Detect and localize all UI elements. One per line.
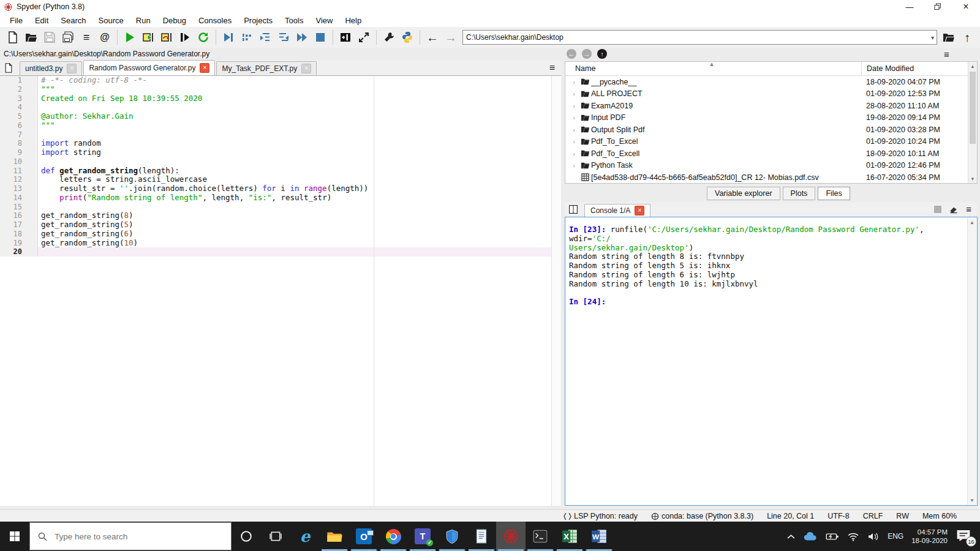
file-row[interactable]: ›Output Split Pdf01-09-2020 03:28 PM — [565, 124, 977, 136]
tray-expand-icon[interactable] — [787, 534, 795, 539]
editor-tab[interactable]: untitled3.py× — [20, 61, 82, 75]
taskbar-defender-button[interactable] — [437, 522, 467, 551]
file-row[interactable]: ›__pycache__18-09-2020 04:07 PM — [565, 76, 977, 88]
tab-close-icon[interactable]: × — [200, 63, 209, 73]
file-row[interactable]: ›Pdf_To_Excel01-09-2020 10:24 PM — [565, 136, 977, 148]
browse-console-tabs-icon[interactable] — [568, 203, 582, 216]
expand-chevron-icon[interactable]: › — [565, 150, 579, 157]
scroll-up-icon[interactable]: ▲ — [968, 62, 977, 70]
toolbar-save-all-button[interactable] — [60, 29, 76, 45]
menu-help[interactable]: Help — [339, 15, 368, 26]
tab-close-icon[interactable]: × — [67, 64, 77, 73]
toolbar-open-dir-button[interactable] — [941, 29, 957, 45]
file-row[interactable]: ›Input PDF19-08-2020 09:14 PM — [565, 112, 977, 124]
scroll-down-icon[interactable]: ▼ — [968, 174, 977, 183]
notifications-button[interactable]: 16 — [956, 528, 974, 544]
taskbar-spyder-button[interactable] — [496, 522, 526, 551]
file-row[interactable]: ›Python Task01-09-2020 12:46 PM — [565, 160, 977, 172]
column-header-date[interactable]: Date Modified — [861, 62, 914, 75]
taskbar-outlook-button[interactable]: O — [349, 522, 379, 551]
files-options-button[interactable]: ≡ — [944, 49, 949, 59]
editor-tabs-menu-button[interactable]: ≡ — [549, 62, 555, 73]
start-button[interactable] — [0, 522, 29, 551]
toolbar-step-return-button[interactable] — [276, 29, 292, 45]
console-tab[interactable]: Console 1/A × — [584, 204, 650, 217]
nav-up-button[interactable]: ↑ — [597, 49, 607, 59]
toolbar-run-selection-button[interactable] — [177, 29, 193, 45]
close-button[interactable]: × — [952, 0, 980, 13]
onedrive-icon[interactable] — [803, 532, 818, 541]
remove-variables-icon[interactable] — [949, 204, 959, 214]
file-row[interactable]: ›Pdf_To_Excell18-09-2020 10:11 AM — [565, 148, 977, 160]
toolbar-stop-button[interactable] — [312, 29, 328, 45]
restore-button[interactable] — [924, 0, 952, 13]
taskbar-task-view-button[interactable] — [261, 522, 290, 551]
toolbar-parent-dir-button[interactable]: ↑ — [959, 29, 975, 45]
menu-view[interactable]: View — [309, 15, 339, 26]
taskbar-word-button[interactable]: W — [584, 522, 614, 551]
battery-icon[interactable] — [826, 533, 839, 541]
nav-forward-button[interactable]: → — [582, 49, 592, 59]
taskbar-file-explorer-button[interactable] — [320, 522, 349, 551]
toolbar-forward-button[interactable]: → — [443, 29, 459, 45]
toolbar-preferences-button[interactable] — [381, 29, 397, 45]
taskbar-internet-explorer-button[interactable]: e — [290, 522, 320, 551]
working-directory-input[interactable] — [462, 30, 937, 45]
column-header-name[interactable]: Name — [565, 64, 595, 73]
toolbar-run-button[interactable] — [122, 29, 138, 45]
menu-file[interactable]: File — [4, 15, 29, 26]
taskbar-cortana-button[interactable] — [232, 522, 261, 551]
menu-run[interactable]: Run — [130, 15, 157, 26]
expand-chevron-icon[interactable]: › — [565, 126, 579, 133]
minimize-button[interactable]: — — [895, 0, 924, 13]
editor-scrollbar[interactable] — [551, 76, 561, 506]
editor-tab[interactable]: Random Password Generator.py× — [83, 60, 215, 75]
expand-chevron-icon[interactable]: › — [565, 114, 579, 121]
wifi-icon[interactable] — [847, 532, 859, 541]
file-row[interactable] — [565, 184, 977, 184]
menu-tools[interactable]: Tools — [279, 15, 309, 26]
taskbar-excel-button[interactable]: X — [555, 522, 584, 551]
taskbar-search[interactable] — [29, 522, 232, 550]
menu-consoles[interactable]: Consoles — [192, 15, 238, 26]
menu-debug[interactable]: Debug — [157, 15, 192, 26]
toolbar-new-file-button[interactable] — [5, 29, 21, 45]
interrupt-kernel-button[interactable] — [934, 206, 941, 213]
volume-icon[interactable] — [867, 532, 880, 541]
expand-chevron-icon[interactable]: › — [565, 102, 579, 110]
file-row[interactable]: [5e4ad538-dd79-44c5-b665-6af5eab52fd0]_C… — [565, 171, 977, 184]
menu-edit[interactable]: Edit — [29, 15, 55, 26]
language-indicator[interactable]: ENG — [888, 532, 903, 541]
scroll-down-icon[interactable]: ▼ — [968, 496, 976, 504]
toolbar-back-button[interactable]: ← — [424, 29, 440, 45]
expand-chevron-icon[interactable]: › — [565, 162, 579, 169]
toolbar-run-cell-button[interactable] — [140, 29, 156, 45]
console-scrollbar[interactable]: ▲ ▼ — [967, 218, 976, 504]
toolbar-maximize-pane-button[interactable] — [356, 29, 372, 45]
file-row[interactable]: ›ExamA201928-08-2020 11:10 AM — [565, 100, 977, 112]
taskbar-notepad-button[interactable] — [467, 522, 496, 551]
taskbar-chrome-button[interactable] — [379, 522, 408, 551]
code-editor[interactable]: 1# -*- coding: utf-8 -*-2"""3Created on … — [0, 76, 561, 506]
files-scrollbar[interactable]: ▲ ▼ — [968, 62, 977, 183]
toolbar-symbol-finder-button[interactable]: @ — [97, 29, 113, 45]
toolbar-panel-layout-button[interactable] — [337, 29, 353, 45]
expand-chevron-icon[interactable]: › — [565, 90, 579, 97]
tab-close-icon[interactable]: × — [301, 64, 311, 73]
file-row[interactable]: ›ALL PROJECT01-09-2020 12:53 PM — [565, 88, 977, 100]
console-output[interactable]: In [23]: runfile('C:/Users/sekhar.gain/D… — [565, 217, 978, 506]
tab-variable-explorer[interactable]: Variable explorer — [707, 187, 780, 200]
toolbar-file-switcher-button[interactable]: ≡ — [78, 29, 94, 45]
toolbar-debug-button[interactable] — [221, 29, 236, 45]
taskbar-cmd-button[interactable] — [526, 522, 555, 551]
tab-files[interactable]: Files — [818, 187, 850, 200]
menu-search[interactable]: Search — [55, 15, 92, 26]
console-close-icon[interactable]: × — [635, 206, 644, 216]
scroll-up-icon[interactable]: ▲ — [968, 218, 976, 227]
nav-back-button[interactable]: ← — [567, 49, 576, 59]
toolbar-step-into-button[interactable] — [257, 29, 273, 45]
toolbar-rerun-last-button[interactable] — [195, 29, 211, 45]
editor-tab[interactable]: My_Task_PDF_EXT.py× — [216, 61, 317, 75]
toolbar-open-file-button[interactable] — [23, 29, 39, 45]
tab-plots[interactable]: Plots — [783, 187, 816, 200]
